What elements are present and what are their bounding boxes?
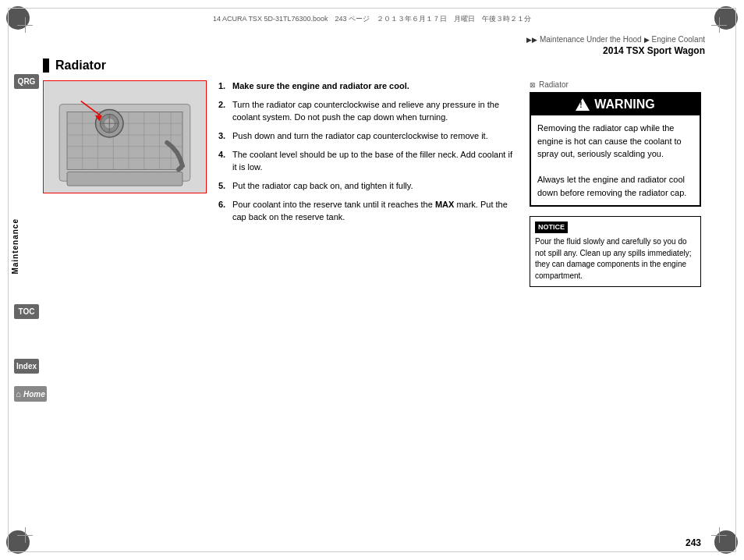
section-title: Radiator — [55, 58, 106, 73]
step-2: 2. Turn the radiator cap counterclockwis… — [218, 99, 518, 124]
warning-header: WARNING — [531, 94, 700, 115]
step-3: 3. Push down and turn the radiator cap c… — [218, 130, 518, 143]
middle-column: 1. Make sure the engine and radiator are… — [218, 80, 518, 287]
left-column: Radiator Cap — [43, 80, 207, 287]
section-bar — [43, 58, 49, 73]
breadcrumb: ▶▶ Maintenance Under the Hood ▶ Engine C… — [526, 35, 705, 44]
file-metadata: 14 ACURA TSX 5D-31TL76300.book 243 ページ ２… — [39, 14, 705, 24]
warning-triangle-icon — [576, 98, 590, 111]
right-column: ⊠ Radiator WARNING Removing the radiator… — [530, 80, 701, 287]
nav-arrow-1: ▶▶ — [526, 36, 537, 44]
notice-box: NOTICE Pour the fluid slowly and careful… — [530, 216, 701, 287]
toc-button[interactable]: TOC — [14, 304, 39, 319]
breadcrumb-part2: Engine Coolant — [652, 35, 705, 44]
warning-body: Removing the radiator cap while the engi… — [531, 115, 700, 205]
home-button[interactable]: ⌂ Home — [14, 386, 47, 402]
ref-icon: ⊠ — [530, 81, 536, 89]
reg-mark-tr — [711, 17, 727, 33]
radiator-image-box: Radiator Cap — [43, 80, 207, 193]
steps-list: 1. Make sure the engine and radiator are… — [218, 80, 518, 223]
qrg-button[interactable]: QRG — [14, 74, 39, 89]
page-number: 243 — [686, 537, 701, 548]
step-5: 5. Put the radiator cap back on, and tig… — [218, 180, 518, 193]
maintenance-label: Maintenance — [11, 218, 19, 275]
section-header: Radiator — [43, 58, 701, 73]
notice-label: NOTICE — [535, 222, 568, 233]
step-6: 6. Pour coolant into the reserve tank un… — [218, 199, 518, 224]
breadcrumb-part1: Maintenance Under the Hood — [540, 35, 642, 44]
main-content: Radiator Radiator Cap — [43, 58, 701, 529]
step-4: 4. The coolant level should be up to the… — [218, 149, 518, 174]
warning-text-2: Always let the engine and radiator cool … — [537, 173, 693, 199]
svg-rect-2 — [67, 112, 182, 169]
reg-mark-tl — [17, 17, 33, 33]
reg-mark-br — [711, 527, 727, 543]
page-title: 2014 TSX Sport Wagon — [603, 45, 705, 56]
content-layout: Radiator Cap — [43, 80, 701, 287]
reg-mark-bl — [17, 527, 33, 543]
notice-text: Pour the fluid slowly and carefully so y… — [535, 236, 696, 282]
nav-arrow-2: ▶ — [644, 36, 650, 44]
warning-text-1: Removing the radiator cap while the engi… — [537, 122, 693, 161]
svg-rect-21 — [67, 172, 182, 186]
index-button[interactable]: Index — [14, 359, 39, 374]
radiator-ref-label: ⊠ Radiator — [530, 80, 701, 89]
step-1: 1. Make sure the engine and radiator are… — [218, 80, 518, 93]
radiator-illustration — [44, 81, 206, 193]
warning-box: WARNING Removing the radiator cap while … — [530, 92, 701, 207]
warning-label: WARNING — [594, 97, 654, 112]
